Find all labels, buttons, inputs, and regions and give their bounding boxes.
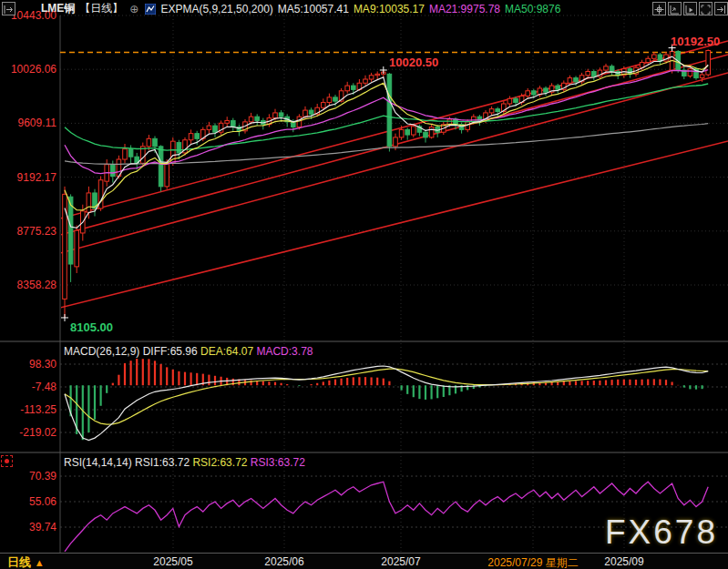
date-tick-label: 2025/05 xyxy=(153,555,192,568)
y-axis-label: 39.74 xyxy=(29,521,56,533)
ma21-value: MA21:9975.78 xyxy=(429,3,500,15)
period-selector[interactable]: 日线 ▲ xyxy=(7,554,45,569)
ma5-value: MA5:10057.41 xyxy=(278,3,349,15)
crosshair-icon[interactable] xyxy=(652,2,666,15)
rsi3-label: RSI3:63.72 xyxy=(251,456,305,469)
indicator-label[interactable]: EXPMA(5,9,21,50,200) xyxy=(160,3,272,15)
chart-header: LME铜 【日线】 ⊕ EXPMA(5,9,21,50,200) MA5:100… xyxy=(41,2,560,15)
compare-plus-icon[interactable]: ⊕ xyxy=(129,3,138,15)
y-axis-label: 10026.06 xyxy=(11,63,56,76)
y-axis-label: 9192.17 xyxy=(17,171,57,184)
date-tick-label: 2025/09 xyxy=(604,555,643,568)
selected-date-label: 2025/07/29 星期二 xyxy=(487,555,578,569)
macd-dea-label: DEA:64.07 xyxy=(200,345,253,358)
low-price-label: 8105.00 xyxy=(70,320,113,334)
playback-icon[interactable] xyxy=(683,2,697,15)
y-axis-label: -7.48 xyxy=(32,381,57,393)
period-arrow-icon: ▲ xyxy=(35,557,45,568)
y-axis-label: -219.02 xyxy=(19,426,56,439)
indicator-chart-icon[interactable] xyxy=(145,4,156,15)
collapse-panel-icon[interactable] xyxy=(2,2,15,15)
date-tick-label: 2025/06 xyxy=(264,555,303,568)
ma50-value: MA50:9876 xyxy=(505,3,560,15)
rsi-alert-icon[interactable] xyxy=(1,455,13,467)
y-axis-label: 55.06 xyxy=(29,495,56,508)
rsi1-label: RSI(14,14,14) RSI1:63.72 xyxy=(64,456,190,469)
y-axis-label: 98.30 xyxy=(29,358,56,371)
sep-high-label: 10192.50 xyxy=(671,35,720,48)
date-tick-label: 2025/07 xyxy=(381,555,420,568)
july-high-label: 10020.50 xyxy=(389,56,438,69)
symbol-title: LME铜 xyxy=(41,1,75,16)
y-axis-label: -113.25 xyxy=(20,403,56,416)
rsi-title: RSI(14,14,14) RSI1:63.72 RSI2:63.72 RSI3… xyxy=(64,456,305,469)
scale-chart-icon[interactable] xyxy=(668,2,682,15)
rsi2-label: RSI2:63.72 xyxy=(192,456,247,469)
macd-title: MACD(26,12,9) DIFF:65.96 DEA:64.07 MACD:… xyxy=(64,345,313,358)
y-axis-label: 70.39 xyxy=(29,470,56,483)
ma9-value: MA9:10035.17 xyxy=(354,3,425,15)
price-chart-canvas[interactable]: 10443.0010026.069609.119192.178775.23835… xyxy=(0,0,728,569)
fx678-watermark: FX678 xyxy=(605,513,718,552)
y-axis-label: 8775.23 xyxy=(17,225,57,238)
pan-right-icon[interactable] xyxy=(714,2,728,15)
y-axis-label: 9609.11 xyxy=(18,117,57,129)
chart-toolbar xyxy=(652,2,728,15)
fullscreen-icon[interactable] xyxy=(699,2,713,15)
y-axis-label: 8358.28 xyxy=(17,279,57,291)
macd-main-label: MACD(26,12,9) DIFF:65.96 xyxy=(64,345,198,358)
chart-window: LME铜 【日线】 ⊕ EXPMA(5,9,21,50,200) MA5:100… xyxy=(0,0,728,569)
period-title: 【日线】 xyxy=(79,1,123,16)
macd-value-label: MACD:3.78 xyxy=(256,345,313,358)
time-axis-bar: 日线 ▲ 2025/052025/062025/072025/07/29 星期二… xyxy=(0,554,728,569)
